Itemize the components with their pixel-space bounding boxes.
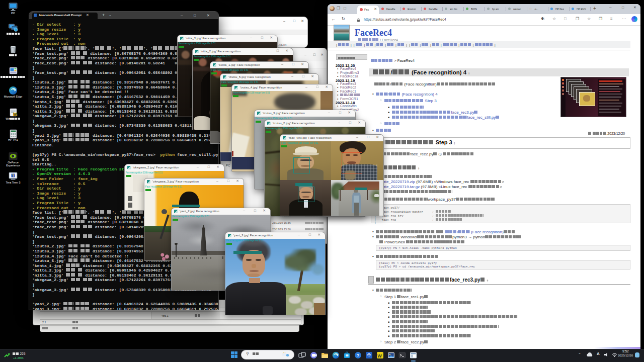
svg-text:T: T [12, 174, 14, 177]
svg-text:Wz: Wz [13, 113, 17, 116]
svg-text:W: W [377, 353, 382, 358]
svg-text:?: ? [357, 353, 360, 358]
